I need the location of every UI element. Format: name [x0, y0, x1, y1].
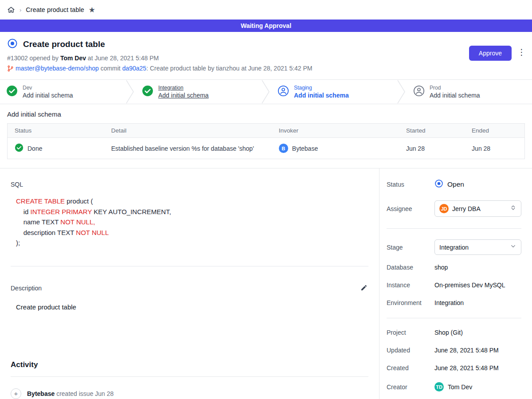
task-table: Status Detail Invoker Started Ended Done… — [7, 123, 525, 159]
pipeline-stage-integration[interactable]: Integration Add initial schema — [136, 80, 261, 104]
instance-row: Instance On-premises Dev MySQL — [387, 282, 521, 289]
task-section-title: Add initial schema — [7, 110, 525, 118]
stage-task-label: Add initial schema — [430, 92, 480, 99]
status-row: Status Open — [387, 179, 521, 190]
task-done-icon — [15, 143, 23, 153]
up-down-chevrons-icon — [510, 204, 516, 213]
column-header-detail: Detail — [104, 124, 272, 138]
git-branch-icon — [7, 65, 14, 73]
project-value: Shop (Git) — [434, 329, 463, 336]
sql-keyword: NOT NULL — [76, 229, 109, 236]
activity-entry: + Bytebase created issue Jun 28 — [11, 388, 368, 399]
assignee-label: Assignee — [387, 205, 434, 212]
updated-value: June 28, 2021 5:48 PM — [434, 347, 499, 354]
sql-text: ); — [16, 239, 20, 246]
commit-hash-link[interactable]: da90a25 — [122, 65, 147, 72]
sql-keyword: INTEGER PRIMARY — [31, 208, 92, 215]
creator-value: Tom Dev — [448, 383, 472, 391]
assignee-select[interactable]: JD Jerry DBA — [434, 200, 521, 217]
divider — [11, 376, 368, 377]
divider — [11, 266, 368, 266]
database-row: Database shop — [387, 264, 521, 271]
issue-open-status-icon — [7, 38, 18, 51]
star-icon[interactable]: ★ — [89, 6, 95, 14]
breadcrumb: › Create product table ★ — [0, 0, 532, 20]
edit-description-button[interactable] — [360, 283, 368, 293]
assignee-avatar: JD — [439, 204, 449, 213]
task-started-date: Jun 28 — [399, 138, 465, 159]
task-ended-date: Jun 28 — [465, 138, 524, 159]
task-table-header-row: Status Detail Invoker Started Ended — [8, 124, 525, 138]
pipeline: Dev Add initial schema Integration Add i… — [0, 79, 532, 104]
invoker-name: Bytebase — [292, 145, 318, 152]
approve-button[interactable]: Approve — [469, 46, 512, 61]
invoker-avatar: B — [279, 144, 288, 153]
issue-meta: #13002 opened by Tom Dev at June 28, 202… — [7, 55, 525, 62]
sql-text: id — [16, 208, 31, 215]
stage-task-label: Add initial schema — [158, 92, 209, 99]
updated-label: Updated — [387, 347, 434, 354]
sql-text: description TEXT — [16, 229, 76, 236]
column-header-invoker: Invoker — [272, 124, 399, 138]
stage-env-label: Prod — [430, 85, 480, 91]
creator-label: Creator — [387, 383, 434, 391]
stage-env-label: Dev — [23, 85, 73, 91]
branch-link[interactable]: master@bytebase-demo/shop — [16, 65, 99, 72]
divider — [387, 318, 521, 318]
environment-value: Integration — [434, 299, 464, 306]
pipeline-stage-staging[interactable]: Staging Add initial schema — [271, 80, 396, 104]
stage-pending-approval-icon — [278, 85, 289, 98]
sql-text: product ( — [65, 197, 93, 205]
pipeline-stage-dev[interactable]: Dev Add initial schema — [0, 80, 125, 104]
environment-row: Environment Integration — [387, 299, 521, 306]
instance-label: Instance — [387, 282, 434, 289]
issue-opened-date: at June 28, 2021 5:48 PM — [86, 55, 159, 62]
stage-separator — [125, 80, 136, 104]
assignee-name: Jerry DBA — [452, 205, 506, 212]
stage-select-value: Integration — [439, 244, 506, 251]
sql-keyword: NOT NULL, — [60, 218, 95, 226]
activity-title: Activity — [11, 360, 368, 369]
stage-task-label: Add initial schema — [294, 92, 349, 99]
activity-time: Jun 28 — [95, 390, 113, 397]
task-table-row[interactable]: Done Established baseline version %s for… — [8, 138, 525, 159]
breadcrumb-title[interactable]: Create product table — [26, 6, 84, 13]
activity-actor: Bytebase — [27, 390, 55, 397]
task-detail-text: Established baseline version %s for data… — [104, 138, 272, 159]
issue-body: SQL CREATE TABLE product ( id INTEGER PR… — [0, 168, 379, 399]
stage-separator — [261, 80, 271, 104]
sql-section-label: SQL — [11, 181, 368, 188]
stage-done-icon — [6, 85, 18, 98]
stage-env-label: Integration — [158, 85, 209, 91]
sql-text: KEY AUTO_INCREMENT, — [92, 208, 171, 215]
created-value: June 28, 2021 5:48 PM — [434, 364, 499, 372]
issue-author: Tom Dev — [60, 55, 86, 62]
approval-banner-text: Waiting Approval — [241, 22, 291, 29]
pipeline-stage-prod[interactable]: Prod Add initial schema — [407, 80, 532, 104]
instance-value: On-premises Dev MySQL — [434, 282, 505, 289]
column-header-started: Started — [399, 124, 465, 138]
stage-separator — [396, 80, 407, 104]
column-header-ended: Ended — [465, 124, 524, 138]
database-value: shop — [434, 264, 448, 271]
more-menu-icon[interactable]: ⋮ — [517, 48, 526, 56]
commit-word: commit — [99, 65, 122, 72]
column-header-status: Status — [8, 124, 104, 138]
task-status-text: Done — [27, 145, 42, 152]
add-comment-icon[interactable]: + — [11, 388, 21, 399]
issue-header: Create product table #13002 opened by To… — [0, 32, 532, 79]
home-icon[interactable] — [7, 6, 15, 14]
activity-action: created issue — [55, 390, 95, 397]
description-label: Description — [11, 285, 42, 292]
commit-message: : Create product table by tianzhou at Ju… — [146, 65, 312, 72]
open-status-icon — [434, 179, 443, 190]
pencil-icon — [360, 286, 368, 293]
issue-title: Create product table — [23, 39, 105, 49]
commit-line: master@bytebase-demo/shop commit da90a25… — [7, 65, 525, 73]
stage-pending-icon — [413, 85, 425, 98]
stage-select[interactable]: Integration — [434, 239, 521, 255]
sql-code-block: CREATE TABLE product ( id INTEGER PRIMAR… — [16, 196, 368, 248]
updated-row: Updated June 28, 2021 5:48 PM — [387, 347, 521, 354]
issue-sidebar: Status Open Assignee JD Jerry DBA Stage … — [379, 168, 532, 399]
environment-label: Environment — [387, 299, 434, 306]
